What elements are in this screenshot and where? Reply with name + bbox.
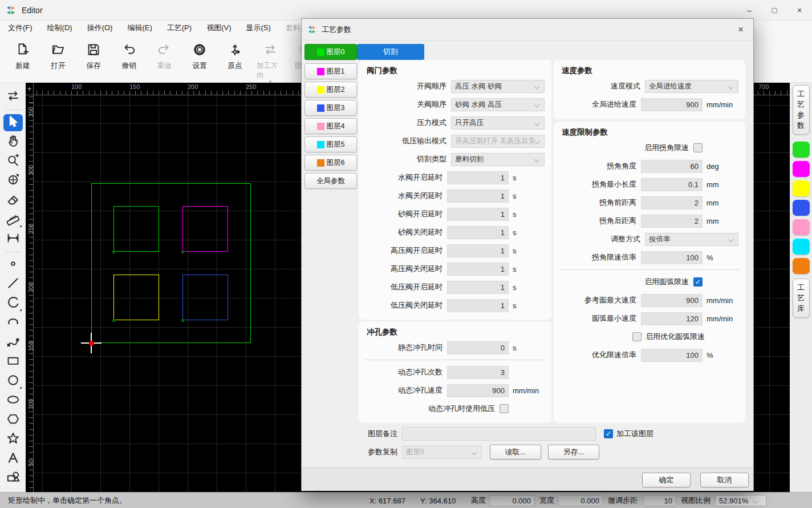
param-input[interactable]: 60 xyxy=(641,160,703,173)
close-button[interactable]: × xyxy=(787,0,812,20)
width-input[interactable]: 0.000 xyxy=(558,495,603,506)
tool-arc-button[interactable] xyxy=(3,295,23,312)
inner-yellow-square[interactable] xyxy=(113,275,159,320)
tool-measure-distance-button[interactable] xyxy=(3,231,23,248)
tool-pan-hand-button[interactable] xyxy=(3,134,23,151)
checkbox[interactable]: ✓ xyxy=(693,277,703,287)
layer-button-0[interactable]: 图层0 xyxy=(304,44,357,60)
color-swatch[interactable] xyxy=(793,258,810,274)
layer-button-1[interactable]: 图层1 xyxy=(304,63,357,79)
tool-polygon-button[interactable] xyxy=(3,412,23,429)
toolbar-new-file-button[interactable]: 新建 xyxy=(9,35,36,71)
color-swatch[interactable] xyxy=(793,200,810,216)
checkbox[interactable] xyxy=(632,332,642,341)
param-input[interactable]: 1 xyxy=(447,281,509,294)
layer-remark-input[interactable] xyxy=(402,427,596,441)
tool-transform-button[interactable] xyxy=(3,172,23,190)
nudge-step-input[interactable]: 10 xyxy=(643,495,676,506)
param-input[interactable]: 900 xyxy=(447,384,509,397)
color-swatch[interactable] xyxy=(793,219,810,235)
checkbox[interactable] xyxy=(500,404,509,413)
view-scale-combo[interactable]: 52.901% xyxy=(715,495,766,506)
process-library-sidebar-button[interactable]: 工艺库 xyxy=(793,279,810,318)
param-input[interactable]: 2 xyxy=(641,196,703,209)
param-input[interactable]: 100 xyxy=(641,251,703,264)
param-input[interactable]: 0.1 xyxy=(641,178,703,191)
layer-button-5[interactable]: 图层5 xyxy=(304,136,357,152)
param-input[interactable]: 1 xyxy=(447,208,509,221)
menu-item[interactable]: 文件(F) xyxy=(8,23,33,33)
inner-blue-square[interactable] xyxy=(182,275,228,320)
window-titlebar[interactable]: Editor – □ × xyxy=(0,0,812,21)
param-input[interactable]: 1 xyxy=(447,190,509,203)
cancel-button[interactable]: 取消 xyxy=(700,473,749,487)
tool-line-button[interactable] xyxy=(3,276,23,293)
process-this-layer-checkbox[interactable]: ✓ xyxy=(604,429,613,438)
read-button[interactable]: 读取... xyxy=(490,445,541,459)
tool-select-arrow-button[interactable] xyxy=(3,114,23,131)
layer-button-2[interactable]: 图层2 xyxy=(304,82,357,98)
process-params-sidebar-button[interactable]: 工艺参数 xyxy=(793,85,810,135)
param-select[interactable]: 全局进给速度 xyxy=(645,80,738,93)
tool-eraser-button[interactable] xyxy=(3,192,23,209)
layer-button-3[interactable]: 图层3 xyxy=(304,100,357,116)
dialog-titlebar[interactable]: 工艺参数 × xyxy=(302,19,753,41)
ok-button[interactable]: 确定 xyxy=(642,473,691,487)
color-swatch[interactable] xyxy=(793,161,810,177)
param-input[interactable]: 1 xyxy=(447,171,509,184)
param-input[interactable]: 100 xyxy=(641,349,703,362)
param-select[interactable]: 高压 水阀 砂阀 xyxy=(451,80,545,93)
menu-item[interactable]: 绘制(D) xyxy=(47,23,72,33)
toolbar-save-button[interactable]: 保存 xyxy=(80,35,107,71)
param-input[interactable]: 1 xyxy=(447,226,509,239)
tool-shape-library-button[interactable] xyxy=(3,470,23,487)
tab-cutting[interactable]: 切割 xyxy=(357,44,424,60)
param-input[interactable]: 900 xyxy=(641,98,703,111)
tool-zoom-button[interactable] xyxy=(3,153,23,170)
tool-ellipse-button[interactable] xyxy=(3,392,23,409)
tool-rectangle-button[interactable] xyxy=(3,353,23,370)
menu-item[interactable]: 操作(O) xyxy=(87,23,113,33)
param-input[interactable]: 1 xyxy=(447,263,509,276)
tool-circle-button[interactable] xyxy=(3,373,23,390)
param-input[interactable]: 120 xyxy=(641,312,703,325)
tool-ruler-button[interactable] xyxy=(3,211,23,228)
save-as-button[interactable]: 另存... xyxy=(548,445,599,459)
param-select[interactable]: 开高压前打开 关高压后关 xyxy=(451,135,545,148)
dialog-close-icon[interactable]: × xyxy=(728,24,753,35)
param-input[interactable]: 1 xyxy=(447,244,509,257)
tool-point-button[interactable] xyxy=(3,256,23,273)
param-select[interactable]: 只开高压 xyxy=(451,116,545,130)
minimize-button[interactable]: – xyxy=(737,0,762,20)
tool-curve-button[interactable] xyxy=(3,334,23,351)
color-swatch[interactable] xyxy=(793,142,810,158)
layer-button-4[interactable]: 图层4 xyxy=(304,118,357,134)
param-input[interactable]: 900 xyxy=(641,294,703,307)
menu-item[interactable]: 工艺(P) xyxy=(167,23,192,33)
inner-green-square[interactable] xyxy=(113,206,159,252)
toolbar-origin-button[interactable]: 原点 xyxy=(221,35,249,71)
layer-button-6[interactable]: 图层6 xyxy=(304,155,357,171)
toolbar-settings-gear-button[interactable]: 设置 xyxy=(186,35,213,71)
param-select[interactable]: 砂阀 水阀 高压 xyxy=(451,98,545,111)
maximize-button[interactable]: □ xyxy=(762,0,787,20)
height-input[interactable]: 0.000 xyxy=(489,495,535,506)
menu-item[interactable]: 显示(S) xyxy=(246,23,270,33)
tool-exchange-button[interactable] xyxy=(3,88,23,106)
layer-button-7[interactable]: 全局参数 xyxy=(304,173,357,189)
inner-magenta-square[interactable] xyxy=(182,206,228,252)
menu-item[interactable]: 编辑(E) xyxy=(127,23,152,33)
param-select[interactable]: 按倍率 xyxy=(645,233,738,246)
param-input[interactable]: 1 xyxy=(447,299,509,312)
color-swatch[interactable] xyxy=(793,239,810,255)
tool-text-button[interactable] xyxy=(3,450,23,467)
color-swatch[interactable] xyxy=(793,180,810,196)
menu-item[interactable]: 视图(V) xyxy=(206,23,231,33)
tool-star-button[interactable] xyxy=(3,431,23,448)
tool-arc2-button[interactable] xyxy=(3,315,23,332)
toolbar-open-folder-button[interactable]: 打开 xyxy=(44,35,72,71)
param-input[interactable]: 2 xyxy=(641,215,703,228)
checkbox[interactable] xyxy=(693,143,703,152)
param-input[interactable]: 0 xyxy=(447,341,509,354)
toolbar-undo-button[interactable]: 撤销 xyxy=(115,35,143,71)
